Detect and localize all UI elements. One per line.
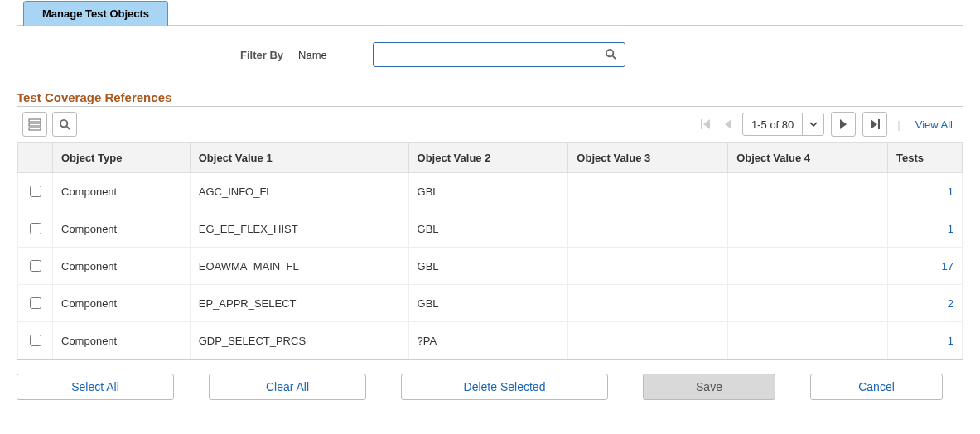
table-row: ComponentGDP_SELECT_PRCS?PA1	[18, 322, 963, 359]
pager-range-text: 1-5 of 80	[743, 113, 802, 135]
pager-prev-icon[interactable]	[721, 118, 736, 130]
cell-value-2: GBL	[408, 285, 568, 322]
svg-point-5	[60, 119, 66, 126]
tab-manage-test-objects[interactable]: Manage Test Objects	[23, 1, 168, 26]
cell-value-2: ?PA	[408, 322, 568, 359]
delete-selected-button[interactable]: Delete Selected	[401, 374, 608, 400]
col-header-check	[18, 143, 53, 173]
tests-link[interactable]: 1	[948, 186, 953, 198]
cell-value-4	[728, 248, 888, 285]
results-grid: 1-5 of 80 | View All Object	[17, 106, 963, 360]
clear-all-button[interactable]: Clear All	[209, 374, 366, 400]
col-header-tests[interactable]: Tests	[888, 143, 963, 173]
table-row: ComponentAGC_INFO_FLGBL1	[18, 173, 963, 210]
row-checkbox[interactable]	[30, 186, 41, 197]
svg-line-1	[612, 55, 616, 59]
filter-search-input[interactable]	[373, 42, 625, 67]
view-all-link[interactable]: View All	[910, 118, 958, 131]
cell-value-3	[568, 210, 728, 248]
personalize-icon[interactable]	[22, 112, 47, 137]
filter-by-label: Filter By	[240, 49, 283, 61]
col-header-value-1[interactable]: Object Value 1	[190, 143, 408, 173]
cell-value-4	[728, 285, 888, 322]
svg-rect-12	[878, 119, 880, 129]
chevron-down-icon	[802, 113, 823, 135]
cell-value-4	[728, 210, 888, 248]
col-header-value-2[interactable]: Object Value 2	[408, 143, 568, 173]
cell-value-1: GDP_SELECT_PRCS	[190, 322, 408, 359]
cell-value-1: EG_EE_FLEX_HIST	[190, 210, 408, 248]
cell-value-3	[568, 322, 728, 359]
grid-toolbar: 1-5 of 80 | View All	[17, 107, 963, 142]
tests-link[interactable]: 1	[948, 223, 953, 235]
svg-rect-4	[29, 128, 41, 130]
cell-value-3	[568, 173, 728, 210]
svg-rect-7	[701, 119, 702, 129]
tests-link[interactable]: 1	[948, 335, 953, 347]
svg-marker-10	[840, 119, 847, 129]
cell-value-2: GBL	[408, 210, 568, 248]
cell-value-3	[568, 285, 728, 322]
cell-object-type: Component	[53, 248, 191, 285]
pager-range-select[interactable]: 1-5 of 80	[742, 113, 824, 136]
col-header-value-4[interactable]: Object Value 4	[728, 143, 888, 173]
cancel-button[interactable]: Cancel	[810, 374, 943, 400]
col-header-value-3[interactable]: Object Value 3	[568, 143, 728, 173]
cell-value-1: AGC_INFO_FL	[190, 173, 408, 210]
svg-marker-9	[725, 119, 731, 129]
row-checkbox[interactable]	[30, 223, 41, 234]
cell-object-type: Component	[53, 173, 191, 210]
row-checkbox[interactable]	[30, 297, 41, 309]
grid-search-icon[interactable]	[52, 112, 77, 137]
cell-value-2: GBL	[408, 248, 568, 285]
svg-marker-8	[703, 119, 710, 129]
section-title: Test Coverage References	[17, 90, 963, 104]
svg-rect-2	[29, 119, 41, 122]
pager-first-icon[interactable]	[698, 118, 714, 130]
filter-row: Filter By Name	[17, 42, 963, 67]
svg-point-0	[606, 50, 613, 56]
svg-line-6	[66, 126, 70, 129]
separator: |	[894, 118, 903, 131]
cell-object-type: Component	[53, 322, 191, 359]
cell-value-2: GBL	[408, 173, 568, 210]
save-button[interactable]: Save	[643, 374, 775, 400]
row-checkbox[interactable]	[30, 260, 41, 272]
select-all-button[interactable]: Select All	[17, 374, 174, 400]
action-buttons: Select All Clear All Delete Selected Sav…	[17, 374, 963, 400]
cell-object-type: Component	[53, 285, 191, 322]
search-icon[interactable]	[605, 48, 617, 60]
pager-last-icon[interactable]	[862, 112, 887, 137]
tests-link[interactable]: 17	[942, 260, 953, 272]
results-table: Object Type Object Value 1 Object Value …	[17, 142, 963, 359]
filter-type-value: Name	[298, 49, 327, 61]
cell-value-1: EP_APPR_SELECT	[190, 285, 408, 322]
row-checkbox[interactable]	[30, 335, 41, 346]
col-header-object-type[interactable]: Object Type	[53, 143, 191, 173]
svg-marker-11	[871, 119, 877, 129]
table-row: ComponentEG_EE_FLEX_HISTGBL1	[18, 210, 963, 248]
table-row: ComponentEP_APPR_SELECTGBL2	[18, 285, 963, 322]
tests-link[interactable]: 2	[948, 297, 953, 310]
cell-value-4	[728, 322, 888, 359]
tab-strip: Manage Test Objects	[17, 0, 963, 26]
table-row: ComponentEOAWMA_MAIN_FLGBL17	[18, 248, 963, 285]
cell-object-type: Component	[53, 210, 191, 248]
pager-next-icon[interactable]	[831, 112, 856, 137]
cell-value-3	[568, 248, 728, 285]
svg-rect-3	[29, 123, 41, 126]
cell-value-1: EOAWMA_MAIN_FL	[190, 248, 408, 285]
cell-value-4	[728, 173, 888, 210]
